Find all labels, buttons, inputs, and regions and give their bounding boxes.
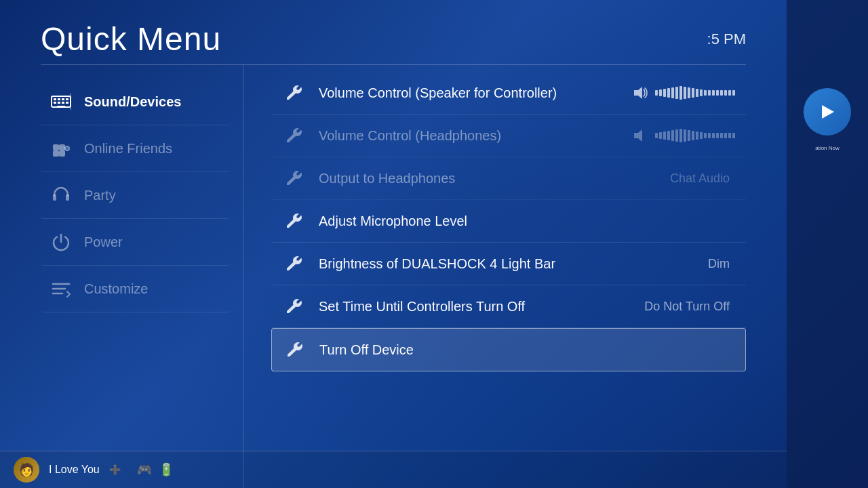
wrench-icon-headphones [282, 124, 305, 147]
svg-rect-13 [53, 150, 59, 157]
svg-rect-2 [58, 98, 60, 100]
svg-rect-18 [66, 195, 69, 201]
svg-rect-12 [59, 144, 65, 150]
wrench-icon-brightness [282, 252, 305, 275]
sidebar-label-customize: Customize [84, 281, 148, 297]
menu-label-output-headphones: Output to Headphones [319, 171, 656, 186]
sidebar-item-online-friends[interactable]: Online Friends [41, 125, 230, 172]
ps-plus-icon: ➕ [109, 464, 121, 475]
menu-item-output-headphones[interactable]: Output to Headphones Chat Audio [271, 157, 746, 200]
menu-item-volume-headphones[interactable]: Volume Control (Headphones) [271, 115, 746, 157]
menu-label-brightness-lightbar: Brightness of DUALSHOCK 4 Light Bar [319, 256, 694, 272]
svg-marker-22 [634, 87, 642, 99]
headset-icon [49, 183, 73, 207]
right-panel: ation Now [787, 0, 868, 488]
speaker-icon [632, 85, 648, 101]
menu-value-output-headphones: Chat Audio [670, 171, 730, 186]
wrench-icon-timeout [282, 295, 305, 318]
header: Quick Menu :5 PM [0, 0, 787, 64]
svg-rect-17 [53, 195, 56, 201]
ps-now-button[interactable] [804, 88, 851, 136]
sidebar-item-power[interactable]: Power [41, 219, 230, 266]
controller-icon [49, 136, 73, 161]
sidebar-item-party[interactable]: Party [41, 172, 230, 219]
svg-rect-11 [53, 144, 59, 150]
svg-rect-7 [62, 102, 64, 104]
menu-item-brightness-lightbar[interactable]: Brightness of DUALSHOCK 4 Light Bar Dim [271, 243, 746, 285]
volume-control-speaker [632, 85, 735, 101]
sidebar-label-party: Party [84, 188, 116, 203]
username-label: I Love You [49, 464, 100, 476]
menu-label-controller-timeout: Set Time Until Controllers Turn Off [319, 299, 631, 314]
bottom-status-icons: 🎮 🔋 [137, 462, 174, 477]
bottom-bar: 🧑 I Love You ➕ 🎮 🔋 [0, 451, 787, 488]
menu-label-turn-off-device: Turn Off Device [319, 342, 734, 358]
svg-marker-23 [634, 129, 642, 142]
svg-rect-1 [54, 98, 56, 100]
menu-value-brightness-lightbar: Dim [708, 257, 730, 271]
ps-now-label: ation Now [815, 145, 840, 151]
wrench-icon-output [282, 167, 305, 190]
volume-bar-headphones [655, 129, 735, 142]
svg-marker-24 [822, 105, 834, 119]
power-icon [49, 230, 73, 254]
menu-label-volume-headphones: Volume Control (Headphones) [319, 128, 618, 144]
wrench-icon-mic [282, 209, 305, 232]
sidebar: Sound/Devices Online Friends [41, 65, 244, 488]
main-content: Sound/Devices Online Friends [0, 65, 787, 488]
svg-rect-8 [66, 102, 68, 104]
menu-item-turn-off-device[interactable]: Turn Off Device [271, 328, 746, 371]
headphones-volume-icon [632, 127, 648, 144]
sidebar-item-sound-devices[interactable]: Sound/Devices [41, 79, 230, 125]
svg-point-16 [66, 147, 68, 150]
wrench-icon-turn-off [283, 338, 306, 361]
svg-rect-6 [58, 102, 60, 104]
svg-rect-9 [57, 106, 65, 107]
sidebar-item-customize[interactable]: Customize [41, 266, 230, 312]
page-title: Quick Menu [41, 20, 221, 58]
wrench-icon-speaker [282, 81, 305, 104]
sidebar-label-online-friends: Online Friends [84, 141, 172, 157]
svg-rect-14 [59, 150, 65, 157]
user-avatar: 🧑 [14, 457, 39, 483]
sidebar-label-power: Power [84, 235, 123, 250]
menu-item-controller-timeout[interactable]: Set Time Until Controllers Turn Off Do N… [271, 285, 746, 328]
svg-rect-4 [66, 98, 68, 100]
customize-icon [49, 277, 73, 301]
menu-label-adjust-mic: Adjust Microphone Level [319, 214, 735, 229]
content-panel: Volume Control (Speaker for Controller) [244, 65, 746, 488]
menu-label-volume-speaker: Volume Control (Speaker for Controller) [319, 85, 618, 101]
battery-icon: 🔋 [159, 462, 174, 477]
current-time: :5 PM [707, 30, 746, 48]
menu-value-controller-timeout: Do Not Turn Off [644, 300, 730, 314]
menu-item-adjust-mic[interactable]: Adjust Microphone Level [271, 200, 746, 243]
svg-rect-3 [62, 98, 64, 100]
controller-icon: 🎮 [137, 462, 152, 477]
keyboard-icon [49, 89, 73, 114]
volume-control-headphones [632, 127, 735, 144]
menu-item-volume-speaker[interactable]: Volume Control (Speaker for Controller) [271, 72, 746, 115]
svg-rect-5 [54, 102, 56, 104]
sidebar-label-sound-devices: Sound/Devices [84, 94, 181, 110]
volume-bar-speaker [655, 86, 735, 100]
